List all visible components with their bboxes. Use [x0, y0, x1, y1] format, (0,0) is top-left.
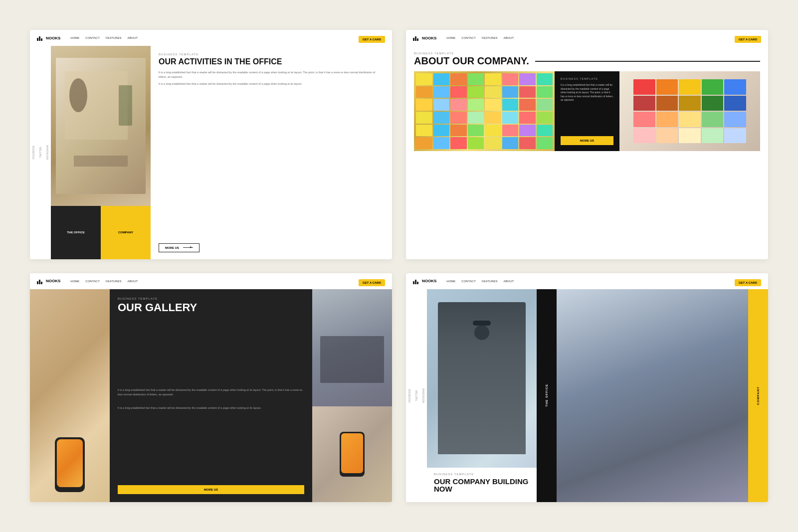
cc5 — [724, 79, 746, 95]
card1-image: THE OFFICE COMPANY — [51, 46, 151, 259]
more-us-btn-3[interactable]: MORE US — [118, 485, 304, 494]
main-title-2: ABOUT OUR COMPANY. — [414, 56, 529, 66]
get-card-btn-3[interactable]: GET A CARD — [359, 279, 385, 286]
nav-bar-1: NOOKS HOME CONTACT FEATURES ABOUT GET A … — [30, 30, 392, 46]
logo-2: NOOKS — [413, 35, 436, 41]
sky-bg — [557, 289, 748, 503]
company-yellow-label: COMPANY — [748, 289, 768, 503]
card1-btn-area: MORE US — [159, 242, 384, 252]
p47 — [519, 137, 536, 149]
p32 — [537, 112, 553, 124]
nav-links-4: HOME CONTACT FEATURES ABOUT — [446, 280, 514, 283]
p7 — [519, 73, 536, 85]
p15 — [519, 86, 536, 98]
nav-home-2[interactable]: HOME — [446, 36, 455, 39]
body-text-1a: It is a long established fact that a rea… — [159, 70, 384, 79]
cc17 — [656, 128, 678, 144]
logo-text-4: NOOKS — [422, 279, 436, 283]
keyboard-bg — [312, 289, 392, 406]
p33 — [416, 125, 432, 137]
p14 — [502, 86, 519, 98]
nav-about-3[interactable]: ABOUT — [127, 280, 138, 283]
p21 — [485, 99, 501, 111]
p17 — [416, 99, 432, 111]
social-ig-4: INSTAGRAM — [422, 388, 425, 403]
building-left: BUSINESS TEMPLATE OUR COMPANY BUILDING N… — [427, 289, 537, 503]
nav-home-4[interactable]: HOME — [446, 280, 455, 283]
logo-text-2: NOOKS — [422, 36, 436, 40]
cc13 — [679, 112, 701, 127]
nav-contact-3[interactable]: CONTACT — [85, 280, 100, 283]
nav-contact-4[interactable]: CONTACT — [461, 280, 476, 283]
p19 — [450, 99, 467, 111]
cc9 — [702, 96, 724, 111]
get-card-btn-2[interactable]: GET A CARD — [735, 36, 761, 43]
head — [474, 325, 489, 340]
postit-wall — [414, 71, 555, 151]
phone-screen-right — [341, 433, 363, 473]
card2-body: BUSINESS TEMPLATE ABOUT OUR COMPANY. — [406, 46, 768, 157]
gallery-title: OUR GALLERY — [118, 302, 304, 313]
p45 — [485, 137, 501, 149]
p26 — [433, 112, 450, 124]
nav-about-4[interactable]: ABOUT — [503, 280, 514, 283]
building-text: BUSINESS TEMPLATE OUR COMPANY BUILDING N… — [427, 468, 537, 503]
p23 — [519, 99, 536, 111]
card1-text-area: BUSINESS TEMPLATE OUR ACTIVITIES IN THE … — [159, 53, 384, 89]
p9 — [416, 86, 432, 98]
nav-links-1: HOME CONTACT FEATURES ABOUT — [70, 36, 138, 39]
card-activities: NOOKS HOME CONTACT FEATURES ABOUT GET A … — [30, 30, 392, 259]
nav-about-1[interactable]: ABOUT — [127, 36, 138, 39]
cc2 — [656, 79, 678, 95]
nav-features-4[interactable]: FEATURES — [482, 280, 498, 283]
get-card-btn-4[interactable]: GET A CARD — [735, 279, 761, 286]
subtitle-3: BUSINESS TEMPLATE — [118, 297, 304, 300]
cc4 — [702, 79, 724, 95]
p28 — [468, 112, 484, 124]
color-swatches — [619, 71, 760, 151]
get-card-btn-1[interactable]: GET A CARD — [359, 36, 385, 43]
p46 — [502, 137, 519, 149]
p37 — [485, 125, 501, 137]
nav-home-3[interactable]: HOME — [70, 280, 79, 283]
more-us-btn-1[interactable]: MORE US — [159, 243, 200, 252]
gallery-dark-content: BUSINESS TEMPLATE OUR GALLERY It is a lo… — [110, 289, 312, 503]
nav-home-1[interactable]: HOME — [70, 36, 79, 39]
nav-features-3[interactable]: FEATURES — [106, 280, 122, 283]
bar3-3 — [41, 282, 42, 284]
subtitle-2: BUSINESS TEMPLATE — [414, 52, 760, 55]
nav-bar-4: NOOKS HOME CONTACT FEATURES ABOUT GET A … — [406, 273, 768, 289]
p5 — [485, 73, 501, 85]
p29 — [485, 112, 501, 124]
headphones — [473, 321, 491, 326]
nav-contact-2[interactable]: CONTACT — [461, 36, 476, 39]
logo-icon-4 — [413, 278, 420, 284]
more-us-btn-2[interactable]: MORE US — [561, 136, 613, 145]
logo-4: NOOKS — [413, 278, 436, 284]
gallery-left-img — [30, 289, 110, 503]
main-title-1: OUR ACTIVITIES IN THE OFFICE — [159, 58, 384, 66]
nav-about-2[interactable]: ABOUT — [503, 36, 514, 39]
center-biz-label: BUSINESS TEMPLATE — [561, 77, 613, 80]
social-tw-4: TWITTER — [415, 390, 418, 401]
bar2-4 — [415, 280, 416, 284]
cc7 — [656, 96, 678, 111]
gallery-text: BUSINESS TEMPLATE OUR GALLERY — [118, 297, 304, 313]
p20 — [468, 99, 484, 111]
p27 — [450, 112, 467, 124]
gallery-body-1: It is a long established fact that a rea… — [118, 388, 304, 397]
logo-icon-3 — [37, 278, 44, 284]
nav-features-1[interactable]: FEATURES — [106, 36, 122, 39]
social-tw-1: TWITTER — [39, 147, 42, 158]
p35 — [450, 125, 467, 137]
nav-contact-1[interactable]: CONTACT — [85, 36, 100, 39]
nav-btn-wrap-4: GET A CARD — [735, 277, 761, 286]
person-photo — [427, 289, 537, 468]
p36 — [468, 125, 484, 137]
office-photo — [51, 46, 151, 206]
card2-images: BUSINESS TEMPLATE It is a long establish… — [414, 71, 760, 151]
nav-features-2[interactable]: FEATURES — [482, 36, 498, 39]
p16 — [537, 86, 553, 98]
title-underline — [535, 61, 760, 62]
p6 — [502, 73, 519, 85]
